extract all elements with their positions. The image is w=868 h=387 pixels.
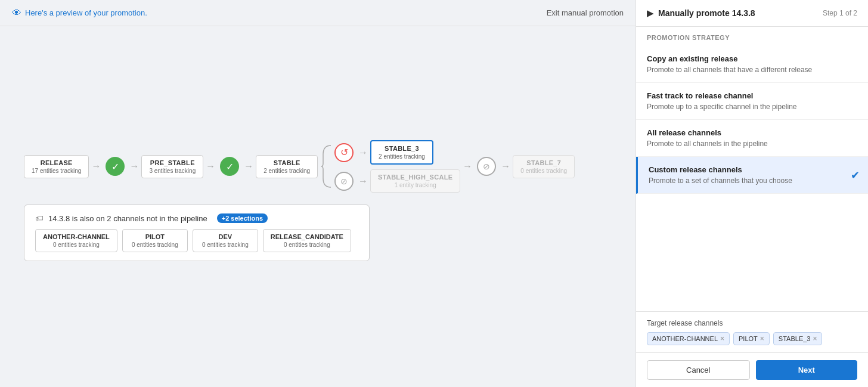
red-arrow-icon: ↺ [334, 143, 354, 162]
strategy-list: Copy an existing release Promote to all … [636, 46, 868, 311]
node-stable3-name: STABLE_3 [379, 145, 425, 152]
info-box: 🏷 14.3.8 is also on 2 channels not in th… [24, 205, 370, 261]
tag-icon: 🏷 [35, 213, 44, 223]
play-icon: ▶ [647, 8, 653, 18]
strategy-item-fasttrack[interactable]: Fast track to release channel Promote up… [636, 83, 868, 120]
channel-grid: ANOTHER-CHANNEL 0 entities tracking PILO… [35, 229, 358, 252]
strategy-title-0: Copy an existing release [647, 54, 857, 63]
tag-chip-2-label: STABLE_3 [779, 335, 811, 342]
channel-tracking-3: 0 entities tracking [271, 242, 343, 248]
arrow-b2: → [358, 176, 368, 187]
strategy-desc-3: Promote to a set of channels that you ch… [649, 177, 857, 185]
check-icon-1: ✓ [106, 157, 125, 176]
arrow-b1: → [358, 147, 368, 158]
selected-check-icon: ✔ [851, 169, 860, 182]
channel-tracking-1: 0 entities tracking [130, 242, 180, 248]
pipeline-area: RELEASE 17 entities tracking → ✓ → PRE_S… [0, 26, 636, 387]
gray-block-icon: ⊘ [334, 172, 354, 191]
node-stable[interactable]: STABLE 2 entities tracking [256, 155, 318, 178]
branch-row-1: ↺ → STABLE_3 2 entities tracking [332, 140, 460, 165]
channel-name-0: ANOTHER-CHANNEL [43, 233, 110, 240]
panel-footer: Cancel Next [636, 352, 868, 387]
exit-button[interactable]: Exit manual promotion [547, 8, 624, 17]
node-prestable-tracking: 3 entities tracking [149, 168, 196, 174]
next-button[interactable]: Next [756, 360, 858, 380]
target-section: Target release channels ANOTHER-CHANNEL … [636, 311, 868, 352]
node-release-name: RELEASE [32, 159, 81, 166]
node-stablehighscale-tracking: 1 entity tracking [378, 182, 452, 188]
strategy-item-allchannels[interactable]: All release channels Promote to all chan… [636, 120, 868, 157]
gray-block-icon-2: ⊘ [477, 157, 496, 176]
strategy-desc-2: Promote to all channels in the pipeline [647, 140, 857, 148]
section-label: PROMOTION STRATEGY [636, 27, 868, 46]
arrow-1: → [91, 161, 101, 172]
channel-name-1: PILOT [130, 233, 180, 240]
strategy-title-1: Fast track to release channel [647, 91, 857, 100]
channel-card-0[interactable]: ANOTHER-CHANNEL 0 entities tracking [35, 229, 117, 252]
channel-name-2: DEV [200, 233, 250, 240]
node-release-tracking: 17 entities tracking [32, 168, 81, 174]
pipeline-row: RELEASE 17 entities tracking → ✓ → PRE_S… [24, 140, 575, 193]
tag-chip-1[interactable]: PILOT × [733, 332, 770, 345]
tag-chip-0-remove[interactable]: × [720, 335, 724, 343]
cancel-button[interactable]: Cancel [647, 360, 750, 380]
node-stable3[interactable]: STABLE_3 2 entities tracking [370, 140, 433, 165]
node-stable-tracking: 2 entities tracking [264, 168, 310, 174]
node-prestable-name: PRE_STABLE [149, 159, 196, 166]
right-panel: ▶ Manually promote 14.3.8 Step 1 of 2 PR… [636, 0, 868, 387]
tag-chip-1-remove[interactable]: × [760, 335, 764, 343]
channel-tracking-0: 0 entities tracking [43, 242, 110, 248]
strategy-title-2: All release channels [647, 128, 857, 137]
eye-icon: 👁 [12, 8, 21, 18]
node-stable3-tracking: 2 entities tracking [379, 153, 425, 160]
branch-row-2: ⊘ → STABLE_HIGH_SCALE 1 entity tracking [332, 169, 460, 193]
tag-chip-2[interactable]: STABLE_3 × [773, 332, 823, 345]
tag-chip-0[interactable]: ANOTHER-CHANNEL × [647, 332, 730, 345]
arrow-4: → [244, 161, 253, 172]
target-label: Target release channels [647, 319, 857, 327]
top-bar: 👁 Here's a preview of your promotion. Ex… [0, 0, 636, 26]
branch-container: ↺ → STABLE_3 2 entities tracking ⊘ → STA… [332, 140, 460, 193]
node-prestable[interactable]: PRE_STABLE 3 entities tracking [141, 155, 203, 178]
channel-card-2[interactable]: DEV 0 entities tracking [193, 229, 258, 252]
tag-chip-0-label: ANOTHER-CHANNEL [652, 335, 718, 342]
arrow-tail: → [463, 161, 472, 172]
tags-row: ANOTHER-CHANNEL × PILOT × STABLE_3 × [647, 332, 857, 345]
node-stable7-tracking: 0 entities tracking [520, 168, 567, 174]
node-stablehighscale-name: STABLE_HIGH_SCALE [378, 174, 452, 181]
node-stable7-name: STABLE_7 [520, 159, 567, 166]
info-box-header: 🏷 14.3.8 is also on 2 channels not in th… [35, 213, 358, 223]
channel-tracking-2: 0 entities tracking [200, 242, 250, 248]
panel-header: ▶ Manually promote 14.3.8 Step 1 of 2 [636, 0, 868, 27]
strategy-title-3: Custom release channels [649, 165, 857, 174]
node-stablehighscale[interactable]: STABLE_HIGH_SCALE 1 entity tracking [370, 169, 460, 193]
node-stable7[interactable]: STABLE_7 0 entities tracking [513, 155, 575, 178]
check-icon-2: ✓ [220, 157, 239, 176]
panel-step: Step 1 of 2 [823, 9, 857, 17]
channel-card-1[interactable]: PILOT 0 entities tracking [122, 229, 188, 252]
panel-title: ▶ Manually promote 14.3.8 [647, 8, 755, 18]
brace-svg [320, 143, 332, 190]
selections-badge: +2 selections [217, 213, 268, 223]
strategy-desc-1: Promote up to a specific channel in the … [647, 103, 857, 111]
arrow-tail2: → [501, 161, 510, 172]
tag-chip-2-remove[interactable]: × [813, 335, 817, 343]
arrow-3: → [206, 161, 215, 172]
tag-chip-1-label: PILOT [739, 335, 758, 342]
info-text: 14.3.8 is also on 2 channels not in the … [48, 214, 207, 223]
preview-link[interactable]: 👁 Here's a preview of your promotion. [12, 8, 147, 18]
preview-text: Here's a preview of your promotion. [25, 8, 147, 17]
node-stable-name: STABLE [264, 159, 310, 166]
arrow-2: → [129, 161, 139, 172]
strategy-item-copy[interactable]: Copy an existing release Promote to all … [636, 46, 868, 83]
channel-name-3: RELEASE_CANDIDATE [271, 233, 343, 240]
strategy-item-custom[interactable]: Custom release channels Promote to a set… [636, 157, 868, 194]
strategy-desc-0: Promote to all channels that have a diff… [647, 66, 857, 74]
node-release[interactable]: RELEASE 17 entities tracking [24, 155, 89, 178]
channel-card-3[interactable]: RELEASE_CANDIDATE 0 entities tracking [263, 229, 351, 252]
panel-title-text: Manually promote 14.3.8 [658, 8, 755, 18]
